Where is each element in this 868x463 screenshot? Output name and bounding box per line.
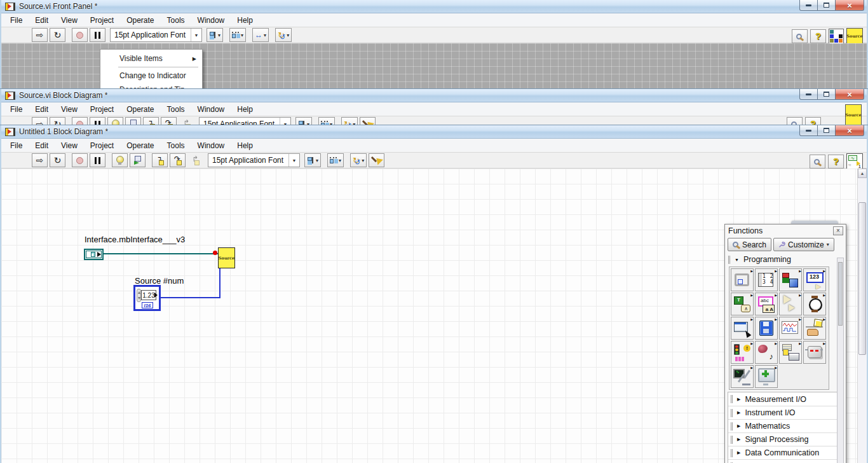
reorder-button[interactable]: ↻↺▾ [341, 117, 358, 125]
palette-item-boolean[interactable]: T∧ [731, 293, 754, 315]
drag-handle[interactable] [731, 436, 733, 444]
palette-item-graphics-sound[interactable]: ♪ [755, 341, 778, 364]
palette-item-synchronization[interactable]: ! [731, 341, 754, 364]
run-button[interactable]: ⇨ [32, 117, 48, 125]
run-button[interactable]: ⇨ [32, 153, 48, 167]
run-button[interactable]: ⇨ [32, 28, 48, 42]
run-continuous-button[interactable]: ↻ [50, 153, 65, 167]
menu-project[interactable]: Project [84, 14, 120, 27]
palette-category-signal-processing[interactable]: ▶Signal Processing [728, 432, 843, 446]
source-subvi[interactable]: Source [218, 247, 235, 268]
minimize-button[interactable] [799, 89, 818, 100]
menu-file[interactable]: File [4, 103, 29, 116]
palette-scrollbar[interactable] [837, 258, 844, 463]
palette-item-file-io[interactable] [755, 317, 778, 340]
palette-search-button[interactable]: Search [728, 238, 771, 251]
menu-tools[interactable]: Tools [161, 139, 191, 152]
scroll-up-button[interactable]: ▲ [858, 169, 867, 178]
highlight-execution-button[interactable] [112, 153, 128, 167]
maximize-button[interactable] [818, 125, 836, 136]
pause-button[interactable] [90, 153, 105, 167]
vi-icon[interactable]: Source [845, 104, 862, 125]
font-selector[interactable]: 15pt Application Font ▼ [208, 153, 300, 167]
distribute-objects-button[interactable]: ▾ [318, 117, 335, 125]
palette-scrollbar-thumb[interactable] [838, 262, 843, 326]
palette-item-report-generation[interactable] [779, 341, 802, 364]
block-diagram-canvas[interactable]: Interface.mbInterface___v3 Source Source… [1, 169, 867, 463]
retain-wire-values-button[interactable] [125, 117, 141, 125]
palette-item-express[interactable] [755, 365, 778, 388]
maximize-button[interactable] [818, 0, 836, 11]
vi-icon[interactable]: Source [846, 28, 863, 45]
distribute-objects-button[interactable]: ▾ [229, 28, 246, 42]
increment-decrement-icon[interactable] [137, 289, 141, 302]
cleanup-diagram-button[interactable] [360, 117, 376, 125]
class-wire[interactable] [104, 253, 218, 254]
palette-category-data-communication[interactable]: ▶Data Communication [728, 446, 843, 459]
connector-pane[interactable] [829, 29, 844, 44]
palette-customize-button[interactable]: Customize ▾ [773, 238, 834, 251]
step-over-button[interactable]: ↷ [161, 117, 177, 125]
align-objects-button[interactable]: ▾ [295, 117, 312, 125]
step-over-button[interactable]: ↷ [170, 153, 186, 167]
search-button[interactable] [810, 155, 825, 169]
menu-edit[interactable]: Edit [29, 14, 55, 27]
menu-file[interactable]: File [4, 139, 29, 152]
menu-help[interactable]: Help [231, 139, 259, 152]
palette-item-timing[interactable] [803, 293, 826, 315]
context-menu-item-description-and-tip[interactable]: Description and Tip... [100, 83, 202, 89]
palette-item-comparison[interactable] [779, 293, 802, 315]
context-menu-item-change-to-indicator[interactable]: Change to Indicator [100, 69, 202, 83]
palette-item-cluster-class-variant[interactable] [779, 268, 802, 291]
palette-item-vision[interactable]: ∿ [731, 365, 754, 388]
vertical-scrollbar[interactable]: ▲ [857, 169, 867, 463]
front-panel-canvas[interactable]: Visible Items ▶ Change to Indicator Desc… [1, 43, 867, 89]
menu-edit[interactable]: Edit [29, 103, 55, 116]
numeric-control-terminal[interactable]: 1.23 I16 [133, 285, 161, 311]
palette-section-programming[interactable]: ▼ Programming [725, 253, 846, 266]
help-button[interactable]: ? [810, 29, 826, 43]
menu-view[interactable]: View [55, 139, 84, 152]
minimize-button[interactable] [799, 0, 818, 11]
palette-item-waveform[interactable] [779, 317, 802, 340]
menu-window[interactable]: Window [191, 139, 231, 152]
font-selector[interactable]: 15pt Application Font ▼ [110, 28, 202, 42]
step-into-button[interactable]: ↴ [152, 153, 168, 167]
pause-button[interactable] [90, 117, 105, 125]
menu-view[interactable]: View [55, 103, 84, 116]
drag-handle[interactable] [731, 449, 733, 457]
run-continuous-button[interactable]: ↻ [50, 28, 65, 42]
close-button[interactable]: × [836, 89, 864, 100]
step-into-button[interactable]: ↴ [143, 117, 159, 125]
distribute-objects-button[interactable]: ▾ [327, 153, 344, 167]
palette-item-dialog-user-interface[interactable] [731, 317, 754, 340]
palette-item-numeric[interactable]: 123 [803, 268, 826, 291]
close-button[interactable]: × [836, 0, 864, 11]
palette-item-string[interactable]: abca A [755, 293, 778, 315]
menu-tools[interactable]: Tools [161, 103, 191, 116]
menu-edit[interactable]: Edit [29, 139, 55, 152]
menu-window[interactable]: Window [191, 14, 231, 27]
retain-wire-values-button[interactable] [130, 153, 146, 167]
palette-category-connectivity[interactable]: ▶Connectivity [728, 459, 843, 463]
help-button[interactable]: ? [828, 155, 844, 169]
align-objects-button[interactable]: ▾ [207, 28, 223, 42]
menu-tools[interactable]: Tools [161, 14, 191, 27]
menu-help[interactable]: Help [231, 14, 259, 27]
drag-handle[interactable] [731, 409, 733, 417]
menu-help[interactable]: Help [231, 103, 259, 116]
reorder-button[interactable]: ↻↺▾ [350, 153, 367, 167]
palette-close-button[interactable]: × [833, 226, 843, 235]
drag-handle[interactable] [731, 395, 733, 403]
font-selector[interactable]: 15pt Application Font ▼ [199, 117, 291, 125]
drag-handle[interactable] [728, 256, 730, 264]
search-button[interactable] [787, 117, 803, 125]
maximize-button[interactable] [818, 89, 836, 100]
menu-operate[interactable]: Operate [120, 103, 160, 116]
dropdown-arrow-icon[interactable]: ▼ [191, 29, 201, 41]
class-control-terminal[interactable] [84, 249, 104, 260]
drag-handle[interactable] [731, 422, 733, 431]
numeric-wire-vertical[interactable] [219, 268, 220, 298]
palette-item-structures[interactable] [731, 268, 754, 291]
vi-icon[interactable]: ∿ ≈ 1 [846, 153, 863, 170]
